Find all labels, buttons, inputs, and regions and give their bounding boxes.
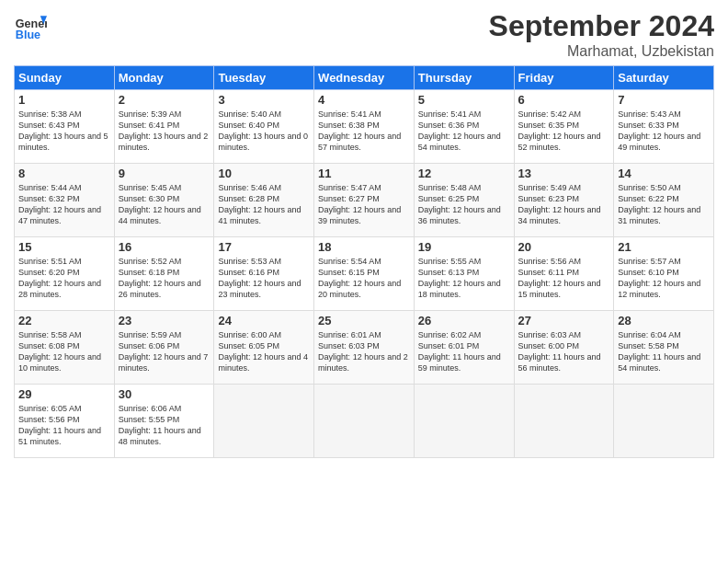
col-friday: Friday <box>514 66 614 90</box>
month-title: September 2024 <box>489 9 714 43</box>
location-title: Marhamat, Uzbekistan <box>489 43 714 60</box>
table-row: 1Sunrise: 5:38 AMSunset: 6:43 PMDaylight… <box>15 90 115 164</box>
table-row <box>514 385 614 458</box>
calendar-table: Sunday Monday Tuesday Wednesday Thursday… <box>14 65 714 458</box>
logo-icon: General Blue <box>14 9 47 42</box>
table-row: 19Sunrise: 5:55 AMSunset: 6:13 PMDayligh… <box>414 237 514 311</box>
col-saturday: Saturday <box>614 66 714 90</box>
table-row: 6Sunrise: 5:42 AMSunset: 6:35 PMDaylight… <box>514 90 614 164</box>
table-row: 20Sunrise: 5:56 AMSunset: 6:11 PMDayligh… <box>514 237 614 311</box>
table-row <box>314 385 415 458</box>
table-row: 21Sunrise: 5:57 AMSunset: 6:10 PMDayligh… <box>614 237 714 311</box>
table-row: 17Sunrise: 5:53 AMSunset: 6:16 PMDayligh… <box>214 237 314 311</box>
title-section: September 2024 Marhamat, Uzbekistan <box>489 9 714 60</box>
table-row: 11Sunrise: 5:47 AMSunset: 6:27 PMDayligh… <box>314 164 415 237</box>
table-row: 29Sunrise: 6:05 AMSunset: 5:56 PMDayligh… <box>15 385 115 458</box>
table-row <box>614 385 714 458</box>
table-row: 15Sunrise: 5:51 AMSunset: 6:20 PMDayligh… <box>15 237 115 311</box>
table-row: 26Sunrise: 6:02 AMSunset: 6:01 PMDayligh… <box>414 311 514 385</box>
table-row: 22Sunrise: 5:58 AMSunset: 6:08 PMDayligh… <box>15 311 115 385</box>
col-sunday: Sunday <box>15 66 115 90</box>
table-row: 25Sunrise: 6:01 AMSunset: 6:03 PMDayligh… <box>314 311 415 385</box>
table-row <box>414 385 514 458</box>
table-row: 10Sunrise: 5:46 AMSunset: 6:28 PMDayligh… <box>214 164 314 237</box>
table-row: 5Sunrise: 5:41 AMSunset: 6:36 PMDaylight… <box>414 90 514 164</box>
table-row: 23Sunrise: 5:59 AMSunset: 6:06 PMDayligh… <box>114 311 214 385</box>
col-monday: Monday <box>114 66 214 90</box>
header: General Blue September 2024 Marhamat, Uz… <box>14 9 714 60</box>
table-row: 4Sunrise: 5:41 AMSunset: 6:38 PMDaylight… <box>314 90 415 164</box>
table-row: 8Sunrise: 5:44 AMSunset: 6:32 PMDaylight… <box>15 164 115 237</box>
svg-text:Blue: Blue <box>16 29 40 41</box>
table-row: 16Sunrise: 5:52 AMSunset: 6:18 PMDayligh… <box>114 237 214 311</box>
logo: General Blue <box>14 9 47 42</box>
table-row: 13Sunrise: 5:49 AMSunset: 6:23 PMDayligh… <box>514 164 614 237</box>
table-row: 27Sunrise: 6:03 AMSunset: 6:00 PMDayligh… <box>514 311 614 385</box>
table-row: 28Sunrise: 6:04 AMSunset: 5:58 PMDayligh… <box>614 311 714 385</box>
table-row: 3Sunrise: 5:40 AMSunset: 6:40 PMDaylight… <box>214 90 314 164</box>
table-row: 9Sunrise: 5:45 AMSunset: 6:30 PMDaylight… <box>114 164 214 237</box>
col-wednesday: Wednesday <box>314 66 415 90</box>
table-row: 24Sunrise: 6:00 AMSunset: 6:05 PMDayligh… <box>214 311 314 385</box>
page-container: General Blue September 2024 Marhamat, Uz… <box>0 0 728 467</box>
table-row: 7Sunrise: 5:43 AMSunset: 6:33 PMDaylight… <box>614 90 714 164</box>
col-thursday: Thursday <box>414 66 514 90</box>
table-row: 18Sunrise: 5:54 AMSunset: 6:15 PMDayligh… <box>314 237 415 311</box>
table-row <box>214 385 314 458</box>
header-row: Sunday Monday Tuesday Wednesday Thursday… <box>15 66 714 90</box>
table-row: 14Sunrise: 5:50 AMSunset: 6:22 PMDayligh… <box>614 164 714 237</box>
col-tuesday: Tuesday <box>214 66 314 90</box>
table-row: 2Sunrise: 5:39 AMSunset: 6:41 PMDaylight… <box>114 90 214 164</box>
table-row: 12Sunrise: 5:48 AMSunset: 6:25 PMDayligh… <box>414 164 514 237</box>
table-row: 30Sunrise: 6:06 AMSunset: 5:55 PMDayligh… <box>114 385 214 458</box>
